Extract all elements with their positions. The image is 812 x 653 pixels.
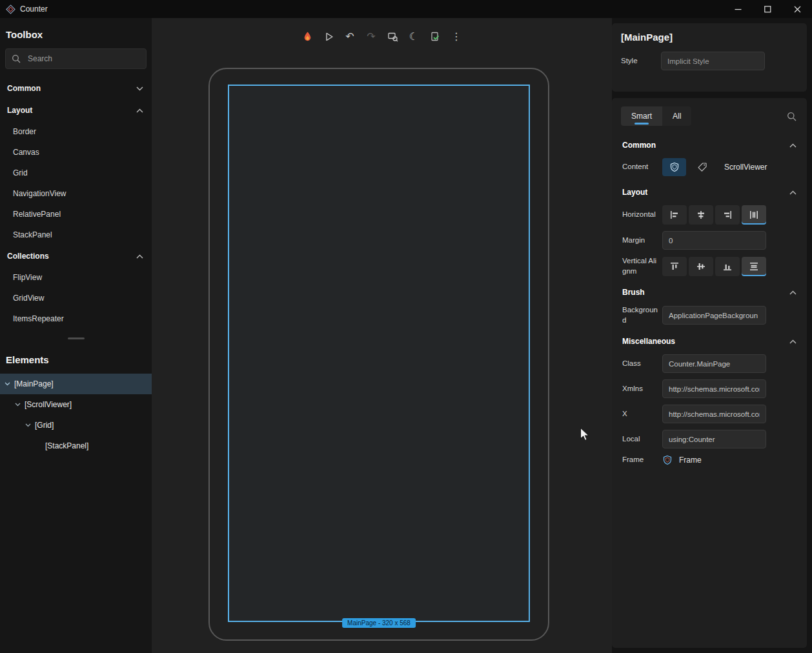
background-input[interactable]	[662, 306, 766, 325]
toolbox-title: Toolbox	[0, 18, 152, 48]
tree-node-stackpanel[interactable]: [StackPanel]	[0, 436, 152, 456]
selected-element-title: [MainPage]	[621, 32, 798, 43]
titlebar: Counter	[0, 0, 812, 18]
align-center-horizontal-button[interactable]	[689, 205, 713, 225]
content-value[interactable]: ScrollViewer	[724, 163, 767, 172]
theme-toggle-button[interactable]: ☾	[405, 28, 422, 45]
toolbox-section-layout[interactable]: Layout	[0, 99, 152, 121]
local-row: Local	[612, 427, 807, 452]
properties-card: Smart All Common Content	[612, 98, 807, 648]
tool-item-gridview[interactable]: GridView	[0, 288, 152, 308]
tool-item-stackpanel[interactable]: StackPanel	[0, 225, 152, 245]
x-input[interactable]	[662, 405, 766, 423]
tool-item-navigationview[interactable]: NavigationView	[0, 183, 152, 204]
align-left-button[interactable]	[662, 205, 687, 225]
content-row: Content ScrollViewer	[612, 155, 807, 179]
tree-node-scrollviewer[interactable]: [ScrollViewer]	[0, 394, 152, 415]
undo-button[interactable]: ↶	[341, 28, 358, 45]
app-window: { "window": { "title": "Counter" }, "too…	[0, 0, 812, 653]
vertical-alignment-group	[662, 257, 766, 276]
section-label: Layout	[622, 188, 647, 197]
tab-smart[interactable]: Smart	[621, 106, 662, 126]
chevron-down-icon[interactable]	[15, 403, 21, 407]
section-layout[interactable]: Layout	[612, 179, 807, 202]
chevron-up-icon	[789, 143, 797, 148]
chevron-up-icon	[789, 290, 797, 295]
align-top-button[interactable]	[662, 257, 687, 276]
frame-value: Frame	[679, 456, 702, 465]
tree-node-grid[interactable]: [Grid]	[0, 415, 152, 436]
window-controls	[723, 0, 812, 18]
xmlns-input[interactable]	[662, 379, 766, 398]
stretch-horizontal-button[interactable]	[742, 205, 766, 225]
hot-design-flame-button[interactable]	[299, 28, 316, 45]
chevron-down-icon[interactable]	[25, 423, 31, 427]
style-input[interactable]	[661, 52, 765, 70]
toolbox-section-common[interactable]: Common	[0, 77, 152, 99]
splitter-grip-icon	[68, 337, 85, 339]
minimize-button[interactable]	[723, 0, 753, 18]
horizontal-alignment-label: Horizontal	[622, 210, 658, 220]
align-center-vertical-button[interactable]	[689, 257, 713, 276]
play-button[interactable]	[320, 28, 337, 45]
properties-panel: [MainPage] Style Smart All Common Conten…	[612, 18, 807, 648]
tree-node-mainpage[interactable]: [MainPage]	[0, 374, 152, 394]
margin-input[interactable]	[662, 231, 766, 250]
content-tag-button[interactable]	[690, 158, 714, 176]
align-bottom-button[interactable]	[715, 257, 740, 276]
toolbox-searchbox[interactable]	[5, 48, 147, 69]
chevron-up-icon	[789, 190, 797, 195]
tool-item-grid[interactable]: Grid	[0, 163, 152, 183]
tree-node-label: [StackPanel]	[45, 441, 88, 450]
frame-label: Frame	[622, 455, 658, 465]
close-button[interactable]	[782, 0, 812, 18]
tag-icon	[697, 162, 707, 172]
tree-node-label: [Grid]	[35, 421, 54, 430]
class-input[interactable]	[662, 354, 766, 373]
shield-icon	[669, 162, 680, 172]
validate-button[interactable]	[427, 28, 443, 45]
app-logo-icon	[6, 5, 15, 14]
search-input[interactable]	[26, 54, 140, 64]
tool-item-relativepanel[interactable]: RelativePanel	[0, 204, 152, 225]
content-type-button[interactable]	[662, 158, 686, 176]
tool-item-itemsrepeater[interactable]: ItemsRepeater	[0, 308, 152, 329]
zoom-to-selection-button[interactable]	[384, 28, 401, 45]
chevron-up-icon	[136, 108, 143, 113]
search-icon	[12, 54, 21, 63]
tree-node-label: [MainPage]	[14, 379, 54, 388]
toolbox-section-collections[interactable]: Collections	[0, 245, 152, 267]
section-label: Common	[622, 141, 656, 150]
tool-item-canvas[interactable]: Canvas	[0, 142, 152, 163]
chevron-down-icon[interactable]	[5, 382, 10, 386]
elements-title: Elements	[0, 343, 152, 374]
x-row: X	[612, 401, 807, 427]
design-canvas: ↶ ↷ ☾ ⋮ MainPage - 320 x 568	[152, 18, 612, 653]
local-label: Local	[622, 434, 658, 445]
section-miscellaneous[interactable]: Miscellaneous	[612, 328, 807, 351]
align-right-button[interactable]	[715, 205, 740, 225]
tab-all[interactable]: All	[662, 106, 691, 126]
properties-tabs: Smart All	[621, 106, 691, 126]
local-input[interactable]	[662, 430, 766, 448]
section-brush[interactable]: Brush	[612, 279, 807, 302]
background-row: Background	[612, 302, 807, 328]
stretch-vertical-button[interactable]	[742, 257, 766, 276]
margin-row: Margin	[612, 228, 807, 253]
design-surface-page[interactable]: MainPage - 320 x 568	[228, 85, 530, 622]
style-row: Style	[621, 52, 798, 70]
section-label: Miscellaneous	[622, 337, 675, 346]
tool-item-border[interactable]: Border	[0, 121, 152, 142]
frame-value-group[interactable]: Frame	[662, 455, 702, 465]
redo-button[interactable]: ↷	[363, 28, 380, 45]
section-common[interactable]: Common	[612, 132, 807, 155]
section-label: Common	[7, 84, 41, 93]
tool-item-flipview[interactable]: FlipView	[0, 267, 152, 288]
vertical-alignment-label: Vertical Alignm	[622, 256, 658, 276]
frame-row: Frame Frame	[612, 452, 807, 468]
panel-splitter[interactable]	[0, 333, 152, 343]
maximize-button[interactable]	[753, 0, 782, 18]
more-options-button[interactable]: ⋮	[448, 28, 465, 45]
properties-search-button[interactable]	[787, 112, 798, 121]
horizontal-alignment-row: Horizontal	[612, 202, 807, 228]
